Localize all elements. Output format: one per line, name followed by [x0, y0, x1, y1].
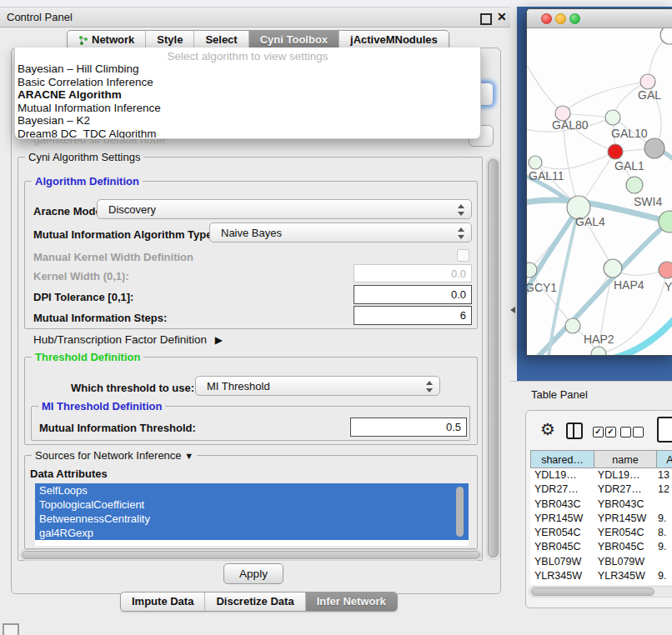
algorithm-option-bayesian-k2[interactable]: Bayesian – K2: [15, 114, 480, 128]
control-panel-titlebar: Control Panel ✕: [0, 7, 510, 28]
table-cell: YDR27…: [530, 482, 596, 497]
table-row[interactable]: YLR345WYLR345W9.: [530, 569, 672, 583]
tab-label: jActiveMNodules: [350, 31, 438, 49]
dpi-tolerance-input[interactable]: 0.0: [354, 285, 472, 304]
network-node[interactable]: [644, 138, 664, 158]
mi-type-label: Mutual Information Algorithm Type:: [33, 228, 216, 241]
column-header-shared-[interactable]: shared…: [530, 450, 594, 468]
network-node-hap2[interactable]: [565, 318, 580, 333]
table-row[interactable]: YBR045CYBR045C9.: [530, 540, 672, 554]
deselect-all-checkbox-icon[interactable]: [620, 427, 631, 438]
popup-placeholder: Select algorithm to view settings: [15, 50, 480, 62]
node-label: HAP2: [584, 332, 614, 346]
network-node-y[interactable]: [659, 262, 672, 278]
node-label: SWI4: [634, 195, 662, 208]
table-cell: 9.: [655, 512, 672, 526]
splitter-collapse-arrow[interactable]: [510, 307, 515, 313]
apply-button[interactable]: Apply: [223, 563, 283, 584]
float-window-icon[interactable]: [480, 13, 492, 25]
attribute-item-betweennesscentrality[interactable]: BetweennessCentrality: [35, 512, 469, 526]
network-node-swi4[interactable]: [626, 177, 643, 193]
close-panel-icon[interactable]: ✕: [497, 10, 507, 23]
select-all-checkbox-icon[interactable]: ✓: [593, 427, 604, 438]
column-selector-icon[interactable]: [566, 422, 583, 439]
tab-jactivemnodules[interactable]: jActiveMNodules: [339, 31, 449, 49]
zoom-window-icon[interactable]: [569, 13, 580, 24]
which-threshold-combo[interactable]: MI Threshold: [195, 376, 440, 396]
table-cell: 12: [655, 482, 672, 497]
table-row[interactable]: YER054CYER054C8.: [530, 526, 672, 540]
network-node-hap4[interactable]: [604, 259, 622, 278]
table-cell: YDL19…: [596, 468, 655, 482]
attribute-item-selfloops[interactable]: SelfLoops: [35, 483, 469, 498]
node-label: GAL10: [611, 127, 648, 140]
algorithm-option-bayesian-hill-climbing[interactable]: Bayesian – Hill Climbing: [15, 62, 480, 76]
algorithm-definition-title: Algorithm Definition: [32, 175, 143, 188]
kernel-width-input[interactable]: 0.0: [354, 264, 472, 282]
table-horizontal-scrollbar-thumb[interactable]: [531, 588, 654, 596]
table-cell: [655, 555, 672, 569]
manual-kernel-checkbox[interactable]: [457, 249, 469, 262]
attribute-item-topologicalcoefficient[interactable]: TopologicalCoefficient: [35, 498, 469, 512]
deselect-all-checkbox-icon2[interactable]: [633, 427, 644, 438]
network-node[interactable]: [591, 347, 606, 356]
network-node-gal[interactable]: [640, 74, 655, 89]
network-node-gal1[interactable]: [608, 144, 623, 159]
which-threshold-value: MI Threshold: [207, 380, 270, 392]
table-settings-gear-icon[interactable]: ⚙: [540, 419, 555, 439]
table-cell: YLR345W: [530, 569, 596, 583]
table-cell: YIL052C: [530, 583, 596, 585]
attributes-list-scrollbar-thumb[interactable]: [456, 487, 464, 537]
settings-horizontal-scrollbar-thumb[interactable]: [22, 551, 480, 559]
table-cell: YER054C: [596, 526, 655, 540]
network-canvas[interactable]: GALGAL80GAL10GAL1GAL11SWI4GAL4GCY1HAP4YH…: [527, 28, 672, 356]
table-cell: YIL052C: [596, 583, 655, 585]
tab-network[interactable]: Network: [68, 31, 146, 49]
table-row[interactable]: YPR145WYPR145W9.: [530, 512, 672, 526]
combo-spinner-icon: [457, 227, 464, 240]
minimized-panel-icon[interactable]: [3, 623, 19, 635]
tab-select[interactable]: Select: [194, 31, 248, 49]
data-attributes-list[interactable]: SelfLoopsTopologicalCoefficientBetweenne…: [35, 483, 469, 546]
close-window-icon[interactable]: [541, 13, 552, 24]
table-row[interactable]: YDL19…YDL19…13: [530, 468, 672, 482]
settings-vertical-scrollbar-thumb[interactable]: [488, 159, 499, 558]
tab-discretize-data[interactable]: Discretize Data: [205, 592, 305, 611]
mi-type-combo[interactable]: Naive Bayes: [209, 222, 472, 242]
threshold-definition-title: Threshold Definition: [32, 351, 143, 363]
node-label: GAL4: [575, 215, 605, 228]
attribute-item-gal4rgexp[interactable]: gal4RGexp: [35, 526, 469, 540]
network-node-gal10[interactable]: [605, 110, 620, 125]
sources-group-title[interactable]: Sources for Network Inference ▼: [32, 449, 197, 462]
column-header-name[interactable]: name: [594, 450, 657, 468]
tab-infer-network[interactable]: Infer Network: [306, 592, 397, 611]
network-window-titlebar[interactable]: [527, 9, 672, 28]
hub-definition-toggle[interactable]: Hub/Transcription Factor Definition ▶: [33, 333, 223, 346]
tab-style[interactable]: Style: [146, 31, 194, 49]
aracne-mode-combo[interactable]: Discovery: [97, 199, 472, 219]
select-all-checkbox-icon2[interactable]: ✓: [605, 427, 616, 438]
table-row[interactable]: YBL079WYBL079W: [530, 555, 672, 569]
application-window: Control Panel ✕ NetworkStyleSelectCyni T…: [0, 0, 672, 635]
new-table-icon[interactable]: [657, 417, 672, 442]
algorithm-option-mutual-information-inference[interactable]: Mutual Information Inference: [15, 102, 480, 115]
table-body: YDL19…YDL19…13YDR27…YDR27…12YBR043CYBR04…: [530, 468, 672, 585]
node-label: GCY1: [527, 281, 557, 294]
minimize-window-icon[interactable]: [555, 13, 566, 24]
table-row[interactable]: YIL052CYIL052C9: [530, 583, 672, 585]
table-row[interactable]: YBR043CYBR043C: [530, 498, 672, 512]
tab-impute-data[interactable]: Impute Data: [121, 592, 205, 611]
network-node-gal11[interactable]: [529, 156, 542, 169]
table-cell: YBR043C: [596, 498, 655, 512]
network-node-gcy1[interactable]: [527, 262, 537, 278]
tab-cyni-toolbox[interactable]: Cyni Toolbox: [249, 31, 339, 49]
algorithm-option-dream8-dc-tdc-algorithm[interactable]: Dream8 DC_TDC Algorithm: [15, 128, 480, 139]
table-row[interactable]: YDR27…YDR27…12: [530, 482, 672, 497]
column-header-a[interactable]: A: [657, 450, 672, 468]
table-horizontal-scrollbar[interactable]: [529, 586, 672, 598]
mi-steps-input[interactable]: 6: [354, 306, 472, 325]
algorithm-option-basic-correlation-inference[interactable]: Basic Correlation Inference: [15, 76, 480, 89]
mi-threshold-input[interactable]: 0.5: [350, 418, 467, 437]
aracne-mode-value: Discovery: [108, 203, 156, 216]
algorithm-option-aracne-algorithm[interactable]: ARACNE Algorithm: [15, 88, 480, 102]
